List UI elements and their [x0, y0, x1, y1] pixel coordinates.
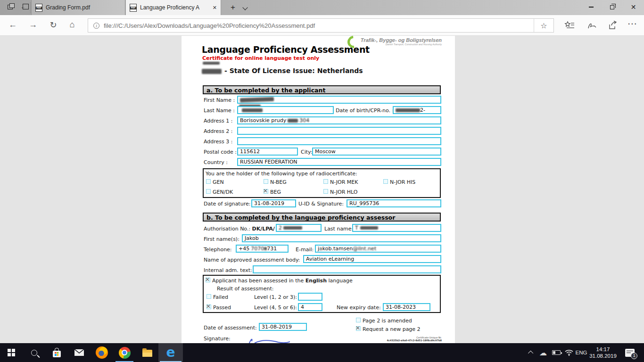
last-name-field[interactable] — [237, 106, 334, 114]
browser-tab-bar: ← PDF Grading Form.pdf PDF Language Prof… — [0, 0, 644, 15]
checkbox-n-jor-his[interactable] — [383, 179, 388, 184]
request-page2-label: Request a new page 2 — [363, 326, 421, 332]
share-icon[interactable] — [608, 21, 618, 30]
red-note: Certificate for online language test onl… — [202, 55, 319, 61]
internal-adm-field[interactable] — [253, 265, 441, 273]
favorites-hub-icon[interactable] — [564, 21, 575, 30]
clock[interactable]: 14:17 31.08.2019 — [588, 343, 618, 362]
firefox-button[interactable] — [91, 343, 113, 362]
checkmark-icon: ✕ — [355, 326, 360, 330]
language-indicator[interactable]: ENG — [574, 343, 588, 362]
tab-grading-form[interactable]: PDF Grading Form.pdf — [31, 0, 125, 15]
close-button[interactable]: ✕ — [623, 0, 644, 14]
page-info-icon[interactable]: i — [93, 23, 99, 29]
checkbox-page2-amended[interactable] — [356, 318, 361, 322]
level456-label: Level (4, 5 or 6): — [254, 304, 297, 311]
first-names-field[interactable]: Jakob — [242, 234, 441, 242]
notification-badge: 1 — [631, 353, 637, 359]
checkbox-gen-label: GEN — [213, 179, 224, 185]
email-field[interactable]: jakob.tamsen@ilnt.net — [315, 245, 441, 253]
address-bar[interactable]: i file:///C:/Users/Alex/Downloads/Langua… — [88, 18, 554, 33]
back-button[interactable]: ← — [7, 20, 19, 30]
address3-label: Address 3 : — [204, 139, 233, 145]
page2-amended-label: Page 2 is amended — [363, 318, 412, 324]
assessor-last-name-field[interactable]: T — [352, 224, 441, 232]
web-note-pen-icon[interactable] — [587, 21, 597, 30]
onedrive-tray-icon[interactable]: ☁ — [537, 343, 549, 362]
battery-tray-icon[interactable] — [550, 343, 563, 362]
checkbox-gen-dk[interactable] — [206, 189, 211, 194]
level123-field[interactable] — [298, 293, 322, 301]
add-favorite-button[interactable]: ☆ — [534, 19, 553, 32]
microsoft-store-button[interactable] — [45, 343, 68, 362]
authorisation-field[interactable]: 2 — [276, 224, 322, 232]
section-b-header: b. To be completed by the language profi… — [203, 213, 441, 222]
last-name-label: Last Name : — [204, 107, 235, 114]
first-name-field[interactable] — [237, 96, 441, 104]
checkbox-failed[interactable] — [206, 294, 211, 299]
show-hidden-icons-button[interactable] — [526, 343, 537, 362]
more-options-button[interactable]: ⋯ — [626, 18, 638, 29]
action-center-button[interactable]: 1 — [621, 343, 638, 362]
notification-icon: 1 — [625, 349, 635, 357]
postal-field[interactable]: 115612 — [237, 148, 298, 156]
authority-logo: Trafik-, Bygge- og Boligstyrelsen Danish… — [358, 37, 442, 46]
postal-label: Postal code : — [204, 149, 237, 155]
section-a-header: a. To be completed by the applicant — [203, 85, 441, 94]
mail-button[interactable] — [68, 343, 91, 362]
new-tab-button[interactable]: + — [227, 2, 239, 13]
wifi-icon — [565, 349, 573, 356]
checkbox-n-beg[interactable] — [264, 179, 268, 184]
assessment-result-box: ✕ Applicant has been assessed in the Eng… — [203, 275, 441, 313]
country-field[interactable]: RUSSIAN FEDERATION — [237, 158, 441, 166]
uid-signature-field[interactable]: RU_995736 — [347, 199, 441, 207]
authorisation-prefix: DK/LPA/ — [252, 226, 275, 232]
tab-list-chevron-icon[interactable] — [242, 5, 248, 10]
wifi-tray-icon[interactable] — [563, 343, 575, 362]
address2-field[interactable] — [237, 127, 441, 135]
checkbox-n-beg-label: N-BEG — [270, 179, 287, 185]
signature-label: Signature: — [204, 336, 231, 342]
minimize-button[interactable] — [580, 0, 602, 14]
file-explorer-button[interactable] — [136, 343, 158, 362]
tab-language-proficiency[interactable]: PDF Language Proficiency A ✕ — [126, 0, 221, 15]
address3-field[interactable] — [237, 137, 441, 145]
search-button[interactable] — [23, 343, 45, 362]
cloud-icon: ☁ — [539, 348, 547, 357]
authorisation-label: Authorisation No.: DK/LPA/ — [204, 226, 275, 232]
checkbox-n-jor-hlo[interactable] — [323, 189, 328, 194]
new-expiry-field[interactable]: 31-08-2023 — [383, 303, 430, 311]
chrome-button[interactable] — [113, 343, 136, 362]
telephone-field[interactable]: +45 7070 731 — [236, 245, 289, 253]
city-label: City: — [301, 149, 312, 155]
checkbox-n-jor-mek[interactable] — [323, 179, 328, 184]
home-button[interactable]: ⌂ — [66, 20, 78, 30]
mail-icon — [74, 349, 84, 356]
address1-field[interactable]: Borisovskie prudy 304 — [237, 116, 441, 124]
checkmark-icon: ✕ — [263, 189, 268, 193]
edge-button[interactable]: e — [158, 343, 183, 362]
dob-field[interactable]: 2- — [393, 106, 441, 114]
checkbox-gen[interactable] — [206, 179, 211, 184]
restore-button[interactable] — [602, 0, 623, 14]
dob-label: Date of birth/CPR-no. : — [336, 107, 394, 114]
assessment-body-field[interactable]: Aviation eLearning — [303, 255, 441, 263]
browser-nav-bar: ← → ↻ ⌂ i file:///C:/Users/Alex/Download… — [0, 15, 644, 36]
redacted-assessor-last-name — [360, 226, 378, 230]
date-of-assessment-field[interactable]: 31-08-2019 — [259, 323, 307, 331]
minimize-icon — [589, 7, 594, 8]
forward-button[interactable]: → — [27, 20, 39, 30]
url-text[interactable]: file:///C:/Users/Alex/Downloads/Language… — [104, 22, 534, 29]
level456-field[interactable]: 4 — [298, 303, 322, 311]
authority-name: Trafik-, Bygge- og Boligstyrelsen — [358, 37, 442, 43]
pdf-viewer[interactable]: Trafik-, Bygge- og Boligstyrelsen Danish… — [0, 36, 644, 343]
city-field[interactable]: Moscow — [312, 148, 441, 156]
date-of-signature-field[interactable]: 31-08-2019 — [251, 199, 296, 207]
chrome-icon — [119, 347, 131, 359]
tab-separator — [30, 2, 31, 13]
refresh-button[interactable]: ↻ — [47, 20, 59, 30]
search-icon — [31, 350, 37, 356]
authority-tagline: Danish Transport, Construction and Housi… — [358, 43, 442, 46]
tab-close-icon[interactable]: ✕ — [210, 5, 217, 11]
start-button[interactable] — [0, 343, 23, 362]
